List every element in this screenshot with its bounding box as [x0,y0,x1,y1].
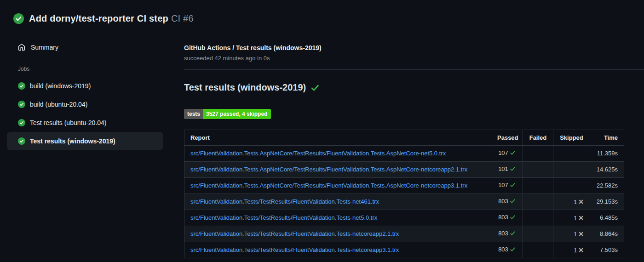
report-cell: src/FluentValidation.Tests.AspNetCore/Te… [184,162,491,178]
check-icon [510,166,516,174]
passed-count: 803 [498,214,508,221]
time-cell: 29.153s [590,194,624,210]
check-icon [510,214,516,222]
passed-cell: 107 [491,178,523,194]
failed-cell [523,194,553,210]
sidebar-item-summary[interactable]: Summary [0,40,184,55]
report-link[interactable]: src/FluentValidation.Tests.AspNetCore/Te… [190,166,467,173]
job-label: build (windows-2019) [30,82,91,90]
x-icon: ✕ [578,246,584,254]
time-cell: 14.625s [590,162,624,178]
check-icon [510,150,516,158]
failed-cell [523,178,553,194]
passed-cell: 803 [491,194,523,210]
report-cell: src/FluentValidation.Tests/TestResults/F… [184,242,491,258]
summary-label: Summary [31,44,58,51]
report-cell: src/FluentValidation.Tests.AspNetCore/Te… [184,178,491,194]
passed-cell: 803 [491,210,523,226]
passed-cell: 107 [491,146,523,162]
time-cell: 8.864s [590,226,624,242]
sidebar-job-item[interactable]: Test results (windows-2019) [7,132,163,150]
skipped-count: 1 [574,231,577,238]
main-content: GitHub Actions / Test results (windows-2… [184,32,644,258]
badge-value: 3527 passed, 4 skipped [203,109,271,119]
x-icon: ✕ [578,198,584,205]
check-run-title: GitHub Actions / Test results (windows-2… [184,44,644,51]
failed-cell [523,210,553,226]
skipped-cell [553,162,590,178]
sidebar-job-item[interactable]: build (windows-2019) [7,77,163,95]
skipped-count: 1 [574,215,577,222]
passed-count: 803 [498,230,508,237]
skipped-count: 1 [574,199,577,205]
table-row: src/FluentValidation.Tests.AspNetCore/Te… [184,178,624,194]
report-link[interactable]: src/FluentValidation.Tests/TestResults/F… [190,198,379,205]
job-label: Test results (windows-2019) [30,137,115,145]
page-title: Add dorny/test-reporter CI stepCI #6 [29,13,194,24]
sidebar: Summary Jobs build (windows-2019) build … [0,32,184,150]
job-label: build (ubuntu-20.04) [30,101,87,108]
report-link[interactable]: src/FluentValidation.Tests/TestResults/F… [190,214,377,221]
table-row: src/FluentValidation.Tests.AspNetCore/Te… [184,162,624,178]
skipped-cell [553,178,590,194]
tests-badge: tests 3527 passed, 4 skipped [184,109,271,119]
results-table: Report Passed Failed Skipped Time src/Fl… [184,130,624,258]
failed-cell [523,242,553,258]
run-number: CI #6 [171,13,194,23]
sidebar-job-item[interactable]: Test results (ubuntu-20.04) [7,114,163,132]
table-row: src/FluentValidation.Tests/TestResults/F… [184,210,624,226]
x-icon: ✕ [578,214,584,222]
check-run-subtitle: succeeded 42 minutes ago in 0s [184,55,644,62]
section-heading: Test results (windows-2019) [184,82,644,93]
check-circle-icon [18,137,25,145]
badge-label: tests [184,109,203,119]
report-link[interactable]: src/FluentValidation.Tests/TestResults/F… [190,230,399,237]
x-icon: ✕ [578,230,584,238]
skipped-cell: 1✕ [553,194,590,210]
time-cell: 22.582s [590,178,624,194]
column-header-time: Time [590,130,624,146]
skipped-cell [553,146,590,162]
sidebar-job-item[interactable]: build (ubuntu-20.04) [7,95,163,114]
passed-count: 107 [498,182,508,188]
report-cell: src/FluentValidation.Tests/TestResults/F… [184,226,491,242]
table-row: src/FluentValidation.Tests/TestResults/F… [184,226,624,242]
job-label: Test results (ubuntu-20.04) [30,119,107,126]
check-icon [510,246,516,254]
check-icon [510,230,516,238]
report-cell: src/FluentValidation.Tests/TestResults/F… [184,194,491,210]
check-icon [510,198,516,206]
run-header: Add dorny/test-reporter CI stepCI #6 [0,0,644,32]
column-header-failed: Failed [523,130,553,146]
passed-count: 107 [498,149,508,156]
skipped-cell: 1✕ [553,226,590,242]
jobs-list: build (windows-2019) build (ubuntu-20.04… [0,77,184,150]
skipped-cell: 1✕ [553,242,590,258]
report-cell: src/FluentValidation.Tests/TestResults/F… [184,210,491,226]
time-cell: 6.485s [590,210,624,226]
check-circle-icon [18,82,25,90]
table-row: src/FluentValidation.Tests/TestResults/F… [184,242,624,258]
home-icon [18,44,25,51]
column-header-skipped: Skipped [553,130,590,146]
passed-cell: 101 [491,162,523,178]
failed-cell [523,226,553,242]
passed-cell: 803 [491,226,523,242]
skipped-count: 1 [574,247,577,254]
report-cell: src/FluentValidation.Tests.AspNetCore/Te… [184,146,491,162]
table-header-row: Report Passed Failed Skipped Time [184,130,624,146]
check-circle-icon [18,101,25,108]
jobs-section-label: Jobs [0,55,184,77]
report-link[interactable]: src/FluentValidation.Tests/TestResults/F… [190,246,399,253]
time-cell: 7.503s [590,242,624,258]
table-row: src/FluentValidation.Tests/TestResults/F… [184,194,624,210]
column-header-report: Report [184,130,491,146]
run-title: Add dorny/test-reporter CI step [29,13,168,23]
report-link[interactable]: src/FluentValidation.Tests.AspNetCore/Te… [190,150,446,157]
failed-cell [523,162,553,178]
table-row: src/FluentValidation.Tests.AspNetCore/Te… [184,146,624,162]
section-heading-text: Test results (windows-2019) [184,82,306,93]
report-link[interactable]: src/FluentValidation.Tests.AspNetCore/Te… [190,182,467,189]
failed-cell [523,146,553,162]
skipped-cell: 1✕ [553,210,590,226]
